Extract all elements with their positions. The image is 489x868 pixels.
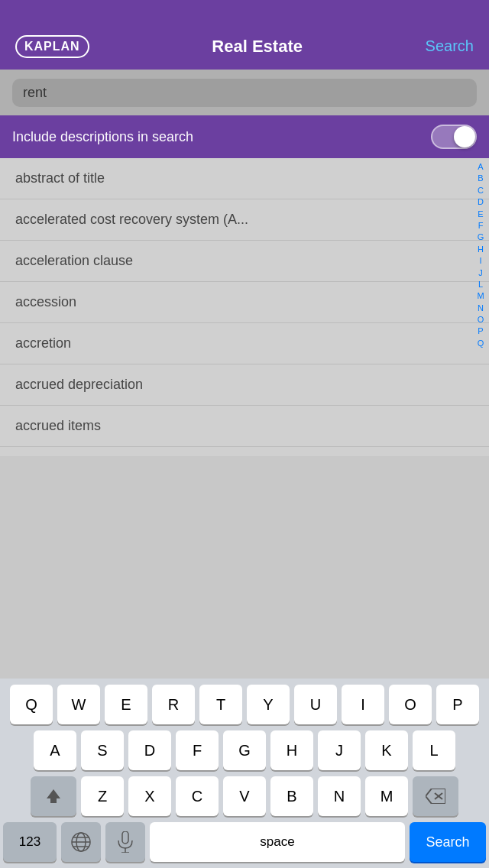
alpha-O[interactable]: O bbox=[472, 314, 489, 326]
alphabet-index: A B C D E F G H I J L M N O P Q bbox=[472, 158, 489, 456]
search-input[interactable] bbox=[12, 79, 477, 107]
key-P[interactable]: P bbox=[436, 685, 479, 724]
alpha-D[interactable]: D bbox=[472, 196, 489, 208]
alpha-A[interactable]: A bbox=[472, 161, 489, 173]
alpha-B[interactable]: B bbox=[472, 173, 489, 184]
key-Z[interactable]: Z bbox=[81, 776, 124, 816]
kaplan-logo: KAPLAN bbox=[15, 35, 89, 58]
alpha-I[interactable]: I bbox=[472, 255, 489, 267]
glossary-term: accrued items bbox=[15, 418, 101, 434]
key-J[interactable]: J bbox=[318, 730, 361, 770]
header: KAPLAN Real Estate Search bbox=[0, 0, 489, 70]
svg-marker-1 bbox=[426, 789, 445, 804]
keyboard: Q W E R T Y U I O P A S D F G H J K L Z … bbox=[0, 679, 489, 868]
glossary-list: abstract of title accelerated cost recov… bbox=[0, 158, 489, 456]
svg-marker-0 bbox=[47, 789, 60, 803]
key-G[interactable]: G bbox=[223, 730, 266, 770]
delete-key[interactable] bbox=[413, 776, 458, 816]
space-key[interactable]: space bbox=[150, 822, 405, 862]
delete-icon bbox=[426, 789, 445, 804]
key-D[interactable]: D bbox=[128, 730, 171, 770]
key-F[interactable]: F bbox=[176, 730, 219, 770]
keyboard-row-1: Q W E R T Y U I O P bbox=[3, 685, 486, 724]
key-R[interactable]: R bbox=[152, 685, 195, 724]
key-L[interactable]: L bbox=[413, 730, 455, 770]
key-W[interactable]: W bbox=[57, 685, 100, 724]
key-I[interactable]: I bbox=[342, 685, 384, 724]
alpha-P[interactable]: P bbox=[472, 326, 489, 337]
list-item[interactable]: accrued depreciation bbox=[0, 364, 489, 406]
list-item[interactable]: abstract of title bbox=[0, 158, 489, 199]
list-item[interactable]: accelerated cost recovery system (A... bbox=[0, 199, 489, 241]
toggle-row: Include descriptions in search bbox=[0, 115, 489, 158]
numbers-key[interactable]: 123 bbox=[3, 822, 57, 862]
alpha-L[interactable]: L bbox=[472, 279, 489, 290]
toggle-label: Include descriptions in search bbox=[12, 129, 193, 145]
shift-icon bbox=[45, 788, 62, 805]
page-title: Real Estate bbox=[212, 37, 303, 57]
alpha-J[interactable]: J bbox=[472, 267, 489, 279]
key-C[interactable]: C bbox=[176, 776, 219, 816]
alpha-H[interactable]: H bbox=[472, 244, 489, 255]
key-N[interactable]: N bbox=[318, 776, 361, 816]
key-X[interactable]: X bbox=[128, 776, 171, 816]
list-item[interactable]: accrued items bbox=[0, 406, 489, 447]
key-T[interactable]: T bbox=[199, 685, 242, 724]
alpha-C[interactable]: C bbox=[472, 185, 489, 196]
key-S[interactable]: S bbox=[81, 730, 124, 770]
key-E[interactable]: E bbox=[105, 685, 147, 724]
glossary-term: accession bbox=[15, 294, 76, 310]
shift-key[interactable] bbox=[31, 776, 76, 816]
keyboard-search-button[interactable]: Search bbox=[410, 822, 486, 862]
alpha-Q[interactable]: Q bbox=[472, 338, 489, 349]
microphone-key[interactable] bbox=[105, 822, 145, 862]
keyboard-bottom-row: 123 space Search bbox=[3, 822, 486, 862]
list-item[interactable]: accession bbox=[0, 282, 489, 323]
glossary-term: accretion bbox=[15, 335, 71, 351]
alpha-M[interactable]: M bbox=[472, 290, 489, 302]
include-descriptions-toggle[interactable] bbox=[431, 125, 477, 149]
glossary-term: acceleration clause bbox=[15, 253, 133, 269]
glossary-term: accrued depreciation bbox=[15, 377, 143, 393]
key-U[interactable]: U bbox=[294, 685, 337, 724]
key-M[interactable]: M bbox=[365, 776, 408, 816]
glossary-term: abstract of title bbox=[15, 170, 105, 186]
key-A[interactable]: A bbox=[34, 730, 76, 770]
key-K[interactable]: K bbox=[365, 730, 408, 770]
glossary-term: accelerated cost recovery system (A... bbox=[15, 212, 248, 228]
key-H[interactable]: H bbox=[270, 730, 313, 770]
keyboard-row-3: Z X C V B N M bbox=[3, 776, 486, 816]
toggle-knob bbox=[454, 126, 475, 147]
key-Q[interactable]: Q bbox=[10, 685, 53, 724]
svg-rect-9 bbox=[122, 831, 128, 844]
alpha-G[interactable]: G bbox=[472, 232, 489, 243]
key-V[interactable]: V bbox=[223, 776, 266, 816]
keyboard-row-2: A S D F G H J K L bbox=[3, 730, 486, 770]
microphone-icon bbox=[117, 831, 134, 853]
key-B[interactable]: B bbox=[270, 776, 313, 816]
header-search-button[interactable]: Search bbox=[426, 37, 474, 55]
alpha-F[interactable]: F bbox=[472, 220, 489, 232]
search-bar-container bbox=[0, 70, 489, 115]
list-item[interactable]: accretion bbox=[0, 323, 489, 364]
key-Y[interactable]: Y bbox=[247, 685, 290, 724]
key-O[interactable]: O bbox=[389, 685, 432, 724]
globe-key[interactable] bbox=[61, 822, 101, 862]
alpha-N[interactable]: N bbox=[472, 303, 489, 314]
globe-icon bbox=[70, 831, 92, 853]
alpha-E[interactable]: E bbox=[472, 209, 489, 220]
list-item[interactable]: acceleration clause bbox=[0, 241, 489, 282]
